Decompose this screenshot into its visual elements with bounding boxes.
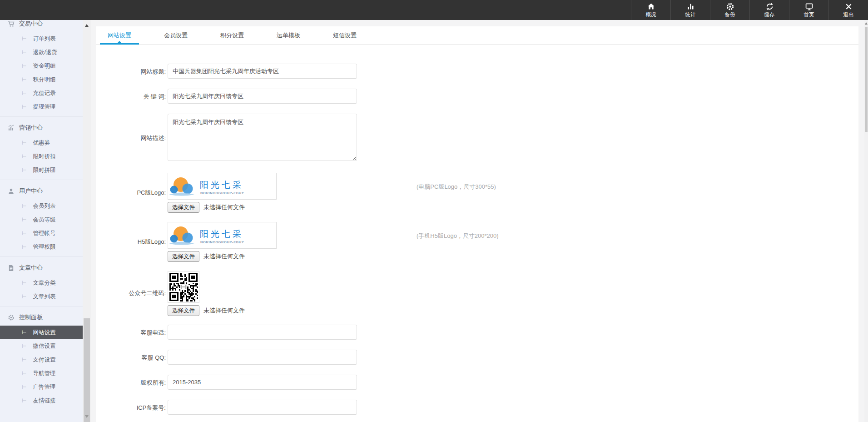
- sidebar-item-member-list[interactable]: ⊢会员列表: [0, 199, 83, 213]
- copyright-input[interactable]: [168, 375, 357, 390]
- sidebar-section-header[interactable]: 文章中心: [0, 261, 83, 274]
- tab-sms-settings[interactable]: 短信设置: [325, 26, 364, 44]
- branch-icon: ⊢: [22, 280, 26, 286]
- topbar-item-homepage[interactable]: 首页: [789, 0, 828, 20]
- sidebar-item-group-buy[interactable]: ⊢限时拼团: [0, 163, 83, 177]
- sidebar-scrollbar-thumb[interactable]: [84, 318, 90, 422]
- sidebar-item-site-settings[interactable]: ⊢网站设置: [0, 326, 83, 339]
- topbar-item-logout[interactable]: 退出: [828, 0, 868, 20]
- field-label: 客服电话:: [96, 325, 166, 340]
- service-qq-input[interactable]: [168, 350, 357, 365]
- cart-icon: [8, 20, 15, 27]
- sidebar-item-refunds[interactable]: ⊢退款/退货: [0, 45, 83, 59]
- branch-icon: ⊢: [22, 293, 26, 300]
- user-icon: [8, 188, 15, 195]
- form-row-icp: ICP备案号:: [96, 400, 858, 415]
- topbar: 概况 统计 备份 缓存 首页 退出: [0, 0, 868, 20]
- field-label: PC版Logo:: [96, 189, 166, 197]
- gear-icon: [726, 2, 734, 11]
- sidebar-item-admin-accounts[interactable]: ⊢管理帐号: [0, 226, 83, 240]
- sidebar-item-label: 优惠券: [33, 139, 50, 147]
- home-icon: [647, 2, 655, 11]
- tab-label: 会员设置: [164, 32, 188, 39]
- sidebar-item-points-detail[interactable]: ⊢积分明细: [0, 73, 83, 86]
- tab-label: 积分设置: [220, 32, 244, 39]
- tab-site-settings[interactable]: 网站设置: [100, 26, 139, 44]
- sidebar-scrollbar[interactable]: [83, 20, 91, 422]
- sidebar-section-header[interactable]: 营销中心: [0, 121, 83, 134]
- tab-waybill-template[interactable]: 运单模板: [269, 26, 308, 44]
- sidebar-item-member-level[interactable]: ⊢会员等级: [0, 213, 83, 226]
- topbar-item-label: 统计: [685, 12, 696, 18]
- pc-logo-choose-file-button[interactable]: 选择文件: [168, 202, 199, 213]
- sidebar-item-article-list[interactable]: ⊢文章列表: [0, 290, 83, 303]
- site-description-textarea[interactable]: 阳光七采九周年庆回馈专区: [168, 114, 357, 161]
- sidebar-item-label: 限时拼团: [33, 166, 55, 174]
- branch-icon: ⊢: [22, 357, 26, 363]
- scroll-up-icon[interactable]: [85, 24, 89, 27]
- branch-icon: ⊢: [22, 370, 26, 377]
- sidebar-item-recharge[interactable]: ⊢充值记录: [0, 86, 83, 100]
- window-scrollbar[interactable]: [864, 20, 868, 422]
- sidebar-item-admin-permissions[interactable]: ⊢管理权限: [0, 240, 83, 254]
- sidebar-item-article-categories[interactable]: ⊢文章分类: [0, 276, 83, 290]
- sidebar-item-funds[interactable]: ⊢资金明细: [0, 59, 83, 73]
- form-row-pc-logo: PC版Logo: 阳光七采 NORINCOGROUP-EBUY: [96, 173, 858, 212]
- h5-logo-choose-file-button[interactable]: 选择文件: [168, 251, 199, 262]
- branch-icon: ⊢: [22, 343, 26, 349]
- sidebar-section-header[interactable]: 用户中心: [0, 185, 83, 197]
- form-row-qrcode: 公众号二维码: 选择文件 未选择任何文件: [96, 271, 858, 316]
- field-label: 网站标题:: [96, 64, 166, 79]
- close-icon: [844, 2, 853, 11]
- tab-member-settings[interactable]: 会员设置: [156, 26, 195, 44]
- branch-icon: ⊢: [22, 244, 26, 250]
- tab-points-settings[interactable]: 积分设置: [213, 26, 252, 44]
- field-label: ICP备案号:: [96, 400, 166, 415]
- branch-icon: ⊢: [22, 384, 26, 390]
- sidebar-item-friend-links[interactable]: ⊢友情链接: [0, 394, 83, 407]
- site-title-input[interactable]: [168, 64, 357, 79]
- topbar-item-overview[interactable]: 概况: [631, 0, 670, 20]
- sidebar-item-withdraw[interactable]: ⊢提现管理: [0, 100, 83, 114]
- sidebar-section-title: 用户中心: [19, 187, 43, 195]
- sidebar-item-label: 会员列表: [33, 202, 55, 210]
- qr-code-preview: [168, 271, 199, 303]
- topbar-item-backup[interactable]: 备份: [710, 0, 749, 20]
- sidebar-section-title: 营销中心: [19, 124, 43, 132]
- settings-tabbar: 网站设置 会员设置 积分设置 运单模板 短信设置: [96, 26, 858, 45]
- sidebar-item-flash-discount[interactable]: ⊢限时折扣: [0, 150, 83, 163]
- sidebar-item-coupons[interactable]: ⊢优惠券: [0, 136, 83, 150]
- service-phone-input[interactable]: [168, 325, 357, 340]
- window-scrollbar-thumb[interactable]: [865, 27, 868, 132]
- logo-subtitle: NORINCOGROUP-EBUY: [200, 240, 244, 244]
- panel-gear-icon: [8, 314, 15, 321]
- pc-logo-file-status: 未选择任何文件: [203, 203, 245, 211]
- logo-title: 阳光七采: [200, 229, 243, 239]
- scroll-up-icon[interactable]: [865, 22, 868, 25]
- qrcode-choose-file-button[interactable]: 选择文件: [168, 305, 199, 316]
- keywords-input[interactable]: [168, 89, 357, 104]
- sidebar-item-wechat-settings[interactable]: ⊢微信设置: [0, 339, 83, 353]
- logo-title: 阳光七采: [200, 180, 243, 190]
- icp-number-input[interactable]: [168, 400, 357, 415]
- sidebar-item-label: 导航管理: [33, 370, 55, 377]
- topbar-item-stats[interactable]: 统计: [670, 0, 710, 20]
- content-card: 网站设置 会员设置 积分设置 运单模板 短信设置 网站标题: 关 键 词: 网站…: [96, 26, 858, 422]
- form-row-description: 网站描述: 阳光七采九周年庆回馈专区: [96, 114, 858, 163]
- site-settings-form: 网站标题: 关 键 词: 网站描述: 阳光七采九周年庆回馈专区 PC版Logo:: [96, 45, 858, 415]
- sidebar-item-nav-management[interactable]: ⊢导航管理: [0, 367, 83, 380]
- topbar-item-cache[interactable]: 缓存: [749, 0, 789, 20]
- sidebar-section-header[interactable]: 交易中心: [0, 20, 83, 30]
- sidebar-item-payment-settings[interactable]: ⊢支付设置: [0, 353, 83, 367]
- branch-icon: ⊢: [22, 153, 26, 160]
- h5-logo-file-status: 未选择任何文件: [203, 252, 245, 261]
- form-row-keywords: 关 键 词:: [96, 89, 858, 104]
- sidebar-item-order-list[interactable]: ⊢订单列表: [0, 32, 83, 45]
- sidebar-item-label: 广告管理: [33, 383, 55, 391]
- branch-icon: ⊢: [22, 203, 26, 209]
- sidebar-item-label: 资金明细: [33, 62, 55, 70]
- sidebar-section-header[interactable]: 控制面板: [0, 311, 83, 324]
- scroll-down-icon[interactable]: [85, 415, 89, 418]
- sidebar-item-ad-management[interactable]: ⊢广告管理: [0, 380, 83, 394]
- branch-icon: ⊢: [22, 35, 26, 42]
